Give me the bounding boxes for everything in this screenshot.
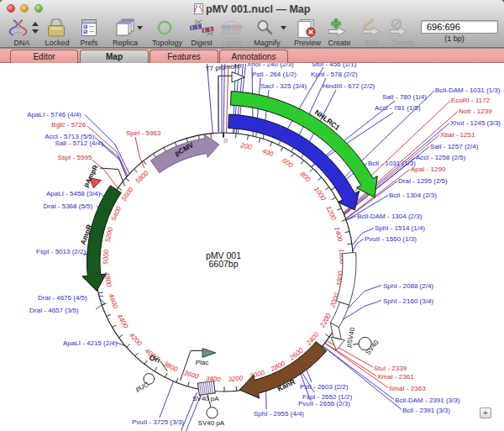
svg-text:3600: 3600 [183,369,200,381]
svg-text:SspI - 5595: SspI - 5595 [58,154,92,161]
svg-text:StuI - 2339: StuI - 2339 [374,365,407,372]
svg-text:SpeI - 5963: SpeI - 5963 [126,129,161,137]
svg-text:ApaI - 1290: ApaI - 1290 [411,166,446,173]
svg-text:5600: 5600 [120,186,135,202]
svg-text:SphI - 2088 (2/4): SphI - 2088 (2/4) [383,282,433,290]
svg-text:AccI - 781 (1/5): AccI - 781 (1/5) [375,104,421,112]
svg-text:XmaI - 2361: XmaI - 2361 [377,373,414,381]
svg-text:4400: 4400 [116,313,130,329]
svg-text:ApaLI - 5746 (4/4): ApaLI - 5746 (4/4) [27,111,81,118]
svg-text:DraI - 1295 (2/5): DraI - 1295 (2/5) [398,177,448,185]
svg-text:PstI - 264 (1/2): PstI - 264 (1/2) [252,71,297,78]
svg-text:XhoI - 1245 (3/3): XhoI - 1245 (3/3) [450,119,501,127]
svg-text:ApaLI - 5458 (3/4): ApaLI - 5458 (3/4) [46,190,101,197]
svg-text:DraI - 4676 (4/5): DraI - 4676 (4/5) [38,294,87,302]
svg-text:1200: 1200 [324,205,338,222]
svg-text:BclI - 2391 (3/3): BclI - 2391 (3/3) [402,407,450,414]
svg-text:0: 0 [223,137,228,145]
svg-text:BclI-DAM - 1031 (1/3): BclI-DAM - 1031 (1/3) [435,87,501,94]
svg-text:SV40 pA: SV40 pA [192,395,219,402]
svg-text:3200: 3200 [228,375,244,384]
svg-text:2200: 2200 [318,312,333,329]
svg-text:400: 400 [261,147,275,159]
svg-text:XbaI - 1251: XbaI - 1251 [440,131,475,139]
svg-text:HindIII - 672 (2/2): HindIII - 672 (2/2) [323,82,375,90]
svg-text:PvuII - 2656 (2/3): PvuII - 2656 (2/3) [298,400,350,407]
svg-text:PstI - 2603 (2/2): PstI - 2603 (2/2) [300,383,349,391]
svg-text:4600: 4600 [108,292,120,309]
svg-text:SV40 pA: SV40 pA [198,419,225,427]
svg-text:KpnI - 578 (2/2): KpnI - 578 (2/2) [311,71,358,78]
svg-text:DraI - 4657 (3/5): DraI - 4657 (3/5) [29,307,79,314]
svg-text:PvuII - 3725 (3/3): PvuII - 3725 (3/3) [132,418,184,426]
svg-text:SphI - 2955 (4/4): SphI - 2955 (4/4) [254,410,304,418]
svg-text:FspI - 5013 (2/2): FspI - 5013 (2/2) [36,248,86,255]
svg-text:AccI - 1258 (2/5): AccI - 1258 (2/5) [416,154,465,161]
svg-text:600: 600 [281,156,295,169]
svg-text:Plac: Plac [196,359,209,366]
svg-text:5000: 5000 [102,249,110,265]
svg-text:SphI - 1514 (1/4): SphI - 1514 (1/4) [375,224,425,232]
svg-text:EcoRI - 1172: EcoRI - 1172 [451,97,491,104]
svg-text:1000: 1000 [312,186,328,202]
svg-text:200: 200 [239,141,253,151]
svg-text:SalI - 5712 (4/4): SalI - 5712 (4/4) [55,139,104,147]
svg-text:BclI-DAM - 2391 (3/3): BclI-DAM - 2391 (3/3) [395,397,460,404]
svg-text:pSV40: pSV40 [345,327,357,349]
svg-text:SalI - 1257 (2/4): SalI - 1257 (2/4) [430,143,479,150]
svg-text:XhoI - 240 (2/3): XhoI - 240 (2/3) [247,63,294,68]
svg-text:ApaLI - 4215 (2/4): ApaLI - 4215 (2/4) [63,339,118,347]
svg-text:SfuI - 456 (1/1): SfuI - 456 (1/1) [312,63,357,68]
svg-text:4200: 4200 [128,331,144,348]
svg-text:BclI - 1304 (2/3): BclI - 1304 (2/3) [389,192,437,199]
svg-text:BclI - 1031 (1/3): BclI - 1031 (1/3) [368,160,416,167]
svg-text:6607bp: 6607bp [208,259,238,269]
svg-text:DraI - 5368 (5/5): DraI - 5368 (5/5) [44,202,93,210]
svg-text:SmaI - 2363: SmaI - 2363 [389,385,426,392]
svg-text:SphI - 2160 (3/4): SphI - 2160 (3/4) [383,297,433,305]
svg-text:NotI - 1239: NotI - 1239 [459,108,492,115]
svg-text:SalI - 780 (1/4): SalI - 780 (1/4) [382,93,427,101]
svg-text:1400: 1400 [333,226,344,243]
svg-text:BclI-DAM - 1304 (2/3): BclI-DAM - 1304 (2/3) [357,213,423,220]
svg-text:AccI - 5713 (5/5): AccI - 5713 (5/5) [45,133,94,140]
svg-text:BglII - 5726: BglII - 5726 [51,121,86,129]
svg-text:5200: 5200 [103,226,114,243]
svg-text:T7 promoter: T7 promoter [205,63,243,73]
svg-text:SacI - 325 (3/4): SacI - 325 (3/4) [260,82,307,90]
svg-text:PvuII - 1560 (1/3): PvuII - 1560 (1/3) [365,235,417,243]
